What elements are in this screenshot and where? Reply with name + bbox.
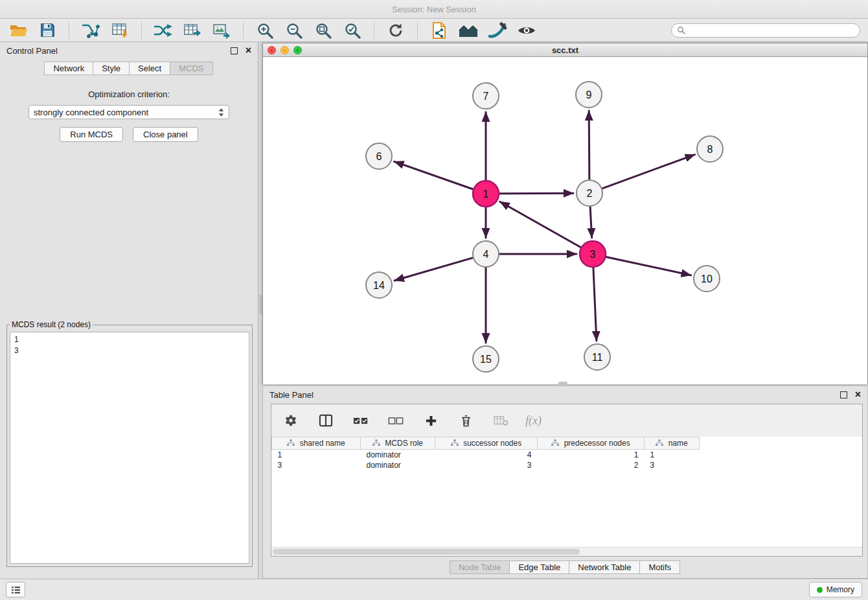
window-title: Session: New Session (392, 5, 475, 14)
svg-text:1: 1 (483, 189, 489, 200)
export-image-button[interactable] (211, 21, 232, 40)
import-network-icon (81, 22, 100, 39)
table-settings-button[interactable] (280, 411, 301, 430)
network-canvas[interactable]: 7968124314101511 (263, 57, 867, 384)
graph-edge-2-3[interactable] (590, 207, 592, 238)
table-cell: 3 (272, 460, 361, 470)
new-network-button[interactable] (153, 21, 174, 40)
delete-table-button[interactable] (490, 411, 511, 430)
node-table-row[interactable]: 3dominator323 (272, 460, 700, 470)
zoom-fit-button[interactable] (313, 21, 334, 40)
graph-node-2[interactable]: 2 (577, 180, 602, 206)
show-hide-button[interactable] (516, 21, 537, 40)
import-network-file-button[interactable] (80, 21, 101, 40)
svg-text:2: 2 (587, 188, 593, 199)
column-header-predecessor-nodes[interactable]: predecessor nodes (538, 437, 645, 450)
graph-node-3[interactable]: 3 (580, 241, 606, 267)
main-toolbar (0, 19, 868, 42)
memory-button[interactable]: Memory (809, 582, 862, 597)
first-neighbors-button[interactable] (458, 21, 479, 40)
close-table-panel-icon[interactable]: × (855, 389, 861, 400)
graph-edge-3-1[interactable] (500, 202, 581, 247)
close-panel-button[interactable]: Close panel (133, 127, 198, 142)
graph-node-8[interactable]: 8 (697, 136, 723, 162)
zoom-out-button[interactable] (284, 21, 304, 40)
add-column-button[interactable] (420, 411, 441, 430)
zoom-selected-icon (344, 22, 361, 39)
close-control-panel-icon[interactable]: × (246, 45, 251, 56)
graph-node-4[interactable]: 4 (473, 241, 499, 267)
panel-selector-button[interactable] (6, 582, 25, 597)
list-icon (11, 586, 21, 594)
table-hscrollbar-thumb[interactable] (273, 549, 580, 555)
column-header-successor-nodes[interactable]: successor nodes (435, 437, 538, 450)
checked-boxes-icon (353, 416, 369, 426)
graph-edge-2-8[interactable] (602, 155, 695, 189)
graph-edge-1-2[interactable] (499, 193, 573, 194)
network-from-selection-button[interactable] (429, 21, 450, 40)
open-session-button[interactable] (8, 21, 29, 40)
svg-text:7: 7 (483, 91, 489, 102)
table-cell: 3 (645, 460, 700, 470)
node-table-row[interactable]: 1dominator411 (272, 450, 700, 461)
svg-text:14: 14 (373, 280, 385, 291)
zoom-in-button[interactable] (255, 21, 275, 40)
column-layout-button[interactable] (315, 411, 336, 430)
graph-edge-4-14[interactable] (394, 258, 473, 281)
titlebar: Session: New Session (0, 0, 868, 19)
column-header-mcds-role[interactable]: MCDS role (361, 437, 435, 450)
apply-layout-button[interactable] (385, 21, 406, 40)
import-table-file-button[interactable] (109, 21, 130, 40)
network-window-title: scc.txt (263, 45, 867, 55)
delete-column-button[interactable] (455, 411, 476, 430)
tab-select[interactable]: Select (129, 62, 170, 75)
search-box[interactable] (671, 23, 860, 38)
tab-edge-table[interactable]: Edge Table (509, 560, 569, 574)
window-splitter-handle[interactable] (558, 382, 567, 385)
tab-node-table[interactable]: Node Table (450, 560, 510, 574)
graph-node-1[interactable]: 1 (473, 181, 499, 207)
export-table-icon (183, 22, 201, 39)
criterion-value: strongly connected component (34, 108, 218, 117)
apply-style-button[interactable] (487, 21, 508, 40)
column-header-shared-name[interactable]: shared name (272, 437, 361, 450)
zoom-selected-button[interactable] (342, 21, 363, 40)
tab-motifs[interactable]: Motifs (639, 560, 680, 574)
graph-svg[interactable]: 7968124314101511 (263, 57, 867, 384)
graph-edge-1-6[interactable] (394, 161, 474, 189)
float-panel-icon[interactable] (231, 47, 238, 54)
graph-edge-3-11[interactable] (593, 268, 597, 341)
graph-node-7[interactable]: 7 (473, 83, 499, 109)
graph-node-14[interactable]: 14 (366, 272, 392, 298)
tab-mcds[interactable]: MCDS (170, 62, 212, 75)
graph-node-9[interactable]: 9 (576, 82, 602, 108)
control-panel-title: Control Panel (6, 46, 58, 56)
graph-node-10[interactable]: 10 (694, 266, 720, 292)
graph-node-6[interactable]: 6 (366, 143, 392, 169)
tab-style[interactable]: Style (93, 62, 130, 75)
function-builder-button[interactable]: f(x) (525, 414, 542, 428)
criterion-dropdown[interactable]: strongly connected component (29, 105, 229, 119)
graph-edge-2-9[interactable] (589, 111, 589, 179)
column-sort-icon (551, 439, 559, 446)
tab-network-table[interactable]: Network Table (569, 560, 640, 574)
float-table-panel-icon[interactable] (840, 391, 847, 398)
graph-edge-3-10[interactable] (606, 257, 691, 275)
select-all-rows-button[interactable] (350, 411, 371, 430)
graph-node-15[interactable]: 15 (473, 346, 499, 372)
toolbar-separator (417, 22, 418, 39)
table-hscrollbar[interactable] (271, 547, 862, 556)
eye-icon (517, 24, 536, 37)
svg-text:8: 8 (707, 144, 713, 155)
table-panel-header: Table Panel × (263, 386, 867, 403)
graph-node-11[interactable]: 11 (584, 344, 610, 370)
run-mcds-button[interactable]: Run MCDS (60, 127, 123, 142)
houses-icon (458, 23, 479, 38)
save-session-button[interactable] (37, 21, 58, 40)
node-table-wrap: shared name MCDS role successor nodes pr… (271, 437, 862, 548)
export-table-button[interactable] (182, 21, 203, 40)
search-input[interactable] (689, 25, 854, 36)
tab-network[interactable]: Network (44, 62, 93, 75)
column-header-name[interactable]: name (645, 437, 700, 450)
deselect-all-rows-button[interactable] (385, 411, 406, 430)
